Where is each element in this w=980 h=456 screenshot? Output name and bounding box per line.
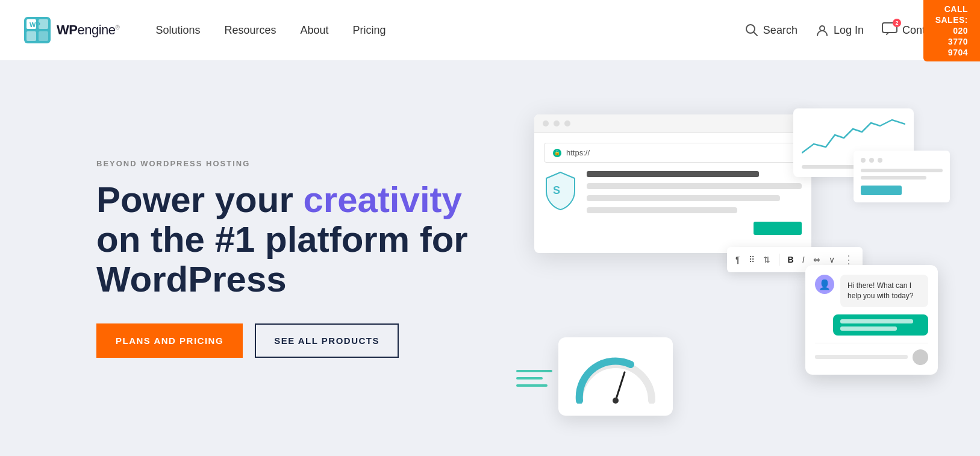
- nav-item-about[interactable]: About: [301, 24, 329, 37]
- svg-text:WP: WP: [30, 21, 40, 28]
- shield-mockup: S: [544, 171, 577, 213]
- svg-point-8: [820, 26, 825, 31]
- chat-input-row: [815, 343, 928, 365]
- address-bar: 🔒 https://: [544, 143, 802, 163]
- notification-badge: 2: [893, 19, 901, 27]
- nav-item-pricing[interactable]: Pricing: [353, 24, 386, 37]
- svg-line-11: [616, 372, 625, 401]
- logo-sup: ®: [116, 24, 120, 31]
- ssl-icon: 🔒: [553, 149, 561, 157]
- site-logo[interactable]: WP WPengine®: [24, 17, 119, 43]
- chat-icon-wrapper: 2: [882, 22, 897, 39]
- nav-item-solutions[interactable]: Solutions: [155, 24, 200, 37]
- hero-title: Power your creativity on the #1 platform…: [96, 180, 506, 299]
- address-text: https://: [566, 148, 590, 157]
- speed-lines: [516, 370, 552, 392]
- svg-rect-4: [39, 31, 48, 41]
- chat-bubble: Hi there! What can I help you with today…: [840, 275, 928, 307]
- svg-rect-3: [27, 31, 36, 41]
- logo-icon: WP: [24, 17, 51, 43]
- hero-section: BEYOND WORDPRESS HOSTING Power your crea…: [0, 60, 980, 456]
- login-label: Log In: [834, 24, 864, 37]
- logo-text: WPengine®: [57, 22, 119, 38]
- shield-icon: S: [544, 171, 577, 210]
- hero-content: BEYOND WORDPRESS HOSTING Power your crea…: [96, 159, 506, 358]
- plans-pricing-button[interactable]: PLANS AND PRICING: [96, 323, 243, 358]
- hero-title-part1: Power your: [96, 180, 303, 220]
- search-button[interactable]: Search: [745, 23, 797, 37]
- hero-buttons: PLANS AND PRICING SEE ALL PRODUCTS: [96, 323, 506, 358]
- small-browser-mockup: [854, 151, 950, 202]
- call-sales-label: CALL SALES: 020 3770 9704: [935, 4, 968, 57]
- speedometer-svg: [570, 349, 661, 404]
- main-nav: Solutions Resources About Pricing: [155, 24, 744, 37]
- chat-send-icon: [913, 349, 928, 365]
- search-icon: [745, 23, 758, 37]
- chat-avatar: 👤: [815, 275, 834, 294]
- chat-reply: [833, 314, 928, 336]
- svg-line-7: [754, 32, 757, 36]
- hero-title-highlight: creativity: [303, 180, 462, 220]
- nav-item-resources[interactable]: Resources: [224, 24, 276, 37]
- speedometer-mockup: [558, 337, 673, 416]
- top-bar[interactable]: CALL SALES: 020 3770 9704: [923, 0, 980, 61]
- hero-illustration: 🔒 https:// S: [498, 78, 980, 452]
- svg-text:S: S: [553, 184, 560, 196]
- hero-title-part2: on the #1 platform for WordPress: [96, 219, 468, 299]
- site-header: WP WPengine® Solutions Resources About P…: [0, 0, 980, 60]
- svg-point-12: [613, 398, 619, 404]
- chat-popup: 👤 Hi there! What can I help you with tod…: [805, 265, 938, 375]
- browser-mockup: 🔒 https:// S: [534, 114, 811, 253]
- search-label: Search: [763, 24, 797, 37]
- see-all-products-button[interactable]: SEE ALL PRODUCTS: [255, 323, 399, 358]
- hero-eyebrow: BEYOND WORDPRESS HOSTING: [96, 159, 506, 168]
- user-icon: [816, 23, 829, 37]
- login-button[interactable]: Log In: [816, 23, 864, 37]
